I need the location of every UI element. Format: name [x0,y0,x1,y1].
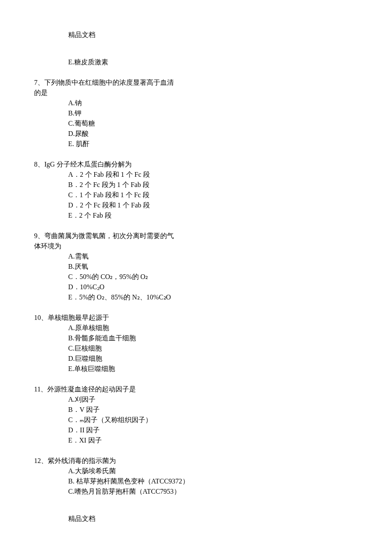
option: D.尿酸 [68,129,358,139]
question-number: 8、 [34,161,44,168]
stem-text: 弯曲菌属为微需氧菌，初次分离时需要的气 [44,232,174,239]
question-stem: 9、弯曲菌属为微需氧菌，初次分离时需要的气 体环境为 [34,231,358,251]
option: E.单核巨噬细胞 [68,364,358,374]
option: A.原单核细胞 [68,323,358,333]
stem-text: 体环境为 [34,241,358,251]
question-stem: 7、下列物质中在红细胞中的浓度显著高于血清 的是 [34,78,358,98]
options-list: A.大肠埃希氏菌 B. 枯草芽抱杆菌黑色变种（ATCC9372） C.嗜热月旨肪… [68,466,358,497]
options-list: A.钠 B.钾 C.葡萄糖 D.尿酸 E. 肌酐 [68,98,358,149]
option: C．ₘ因子（又称组织因子） [68,415,358,425]
continued-option: E.糖皮质激素 [68,57,358,67]
question-stem: 12、紫外线消毒的指示菌为 [34,456,358,466]
stem-text: 单核细胞最早起源于 [48,314,109,321]
question-number: 12、 [34,457,48,464]
page-header: 精品文档 [68,30,358,40]
option: A．2 个 Fab 段和 1 个 Fc 段 [68,170,358,180]
question-number: 9、 [34,232,44,239]
stem-text: 紫外线消毒的指示菌为 [48,457,116,464]
question-number: 11、 [34,385,47,393]
option: B.骨髓多能造血干细胞 [68,333,358,343]
stem-text: 的是 [34,88,358,98]
option: A.需氧 [68,251,358,262]
option: C.巨核细胞 [68,343,358,354]
option: C．50%的 CO₂，95%的 O₂ [68,272,358,282]
option: D．10%C₂O [68,282,358,292]
option: E．2 个 Fab 段 [68,210,358,221]
question-8: 8、IgG 分子经木瓜蛋白酶分解为 A．2 个 Fab 段和 1 个 Fc 段 … [34,159,358,221]
stem-text: 下列物质中在红细胞中的浓度显著高于血清 [44,79,174,86]
question-number: 10、 [34,314,48,321]
page-footer: 精品文档 [68,514,358,524]
option: D．2 个 Fc 段和 1 个 Fab 段 [68,200,358,210]
option: B.钾 [68,108,358,118]
question-stem: 8、IgG 分子经木瓜蛋白酶分解为 [34,159,358,170]
option: E．XI 因子 [68,435,358,446]
option: A.钠 [68,98,358,108]
stem-text: IgG 分子经木瓜蛋白酶分解为 [44,161,132,168]
question-10: 10、单核细胞最早起源于 A.原单核细胞 B.骨髓多能造血干细胞 C.巨核细胞 … [34,313,358,374]
question-7: 7、下列物质中在红细胞中的浓度显著高于血清 的是 A.钠 B.钾 C.葡萄糖 D… [34,78,358,149]
option: E．5%的 O₂、85%的 N₂、10%C₂O [68,292,358,302]
options-list: A.需氧 B.厌氧 C．50%的 CO₂，95%的 O₂ D．10%C₂O E．… [68,251,358,302]
option: B.厌氧 [68,262,358,272]
stem-text: 外源性凝血途径的起动因子是 [47,385,136,393]
option: B．V 因子 [68,405,358,415]
question-11: 11、外源性凝血途径的起动因子是 A.刈因子 B．V 因子 C．ₘ因子（又称组织… [34,384,358,446]
question-number: 7、 [34,79,44,86]
option: E. 肌酐 [68,139,358,149]
option: C．1 个 Fab 段和 1 个 Fc 段 [68,190,358,200]
option: C.葡萄糖 [68,118,358,129]
question-12: 12、紫外线消毒的指示菌为 A.大肠埃希氏菌 B. 枯草芽抱杆菌黑色变种（ATC… [34,456,358,497]
question-stem: 11、外源性凝血途径的起动因子是 [34,384,358,394]
option: A.刈因子 [68,394,358,405]
document-page: 精品文档 E.糖皮质激素 7、下列物质中在红细胞中的浓度显著高于血清 的是 A.… [0,0,392,549]
options-list: A．2 个 Fab 段和 1 个 Fc 段 B．2 个 Fc 段为 1 个 Fa… [68,170,358,221]
option: A.大肠埃希氏菌 [68,466,358,476]
question-stem: 10、单核细胞最早起源于 [34,313,358,323]
options-list: A.刈因子 B．V 因子 C．ₘ因子（又称组织因子） D．II 因子 E．XI … [68,394,358,446]
options-list: A.原单核细胞 B.骨髓多能造血干细胞 C.巨核细胞 D.巨噬细胞 E.单核巨噬… [68,323,358,374]
option: D．II 因子 [68,425,358,435]
option: C.嗜热月旨肪芽抱杆菌（ATCC7953） [68,486,358,497]
option: B．2 个 Fc 段为 1 个 Fab 段 [68,180,358,190]
question-9: 9、弯曲菌属为微需氧菌，初次分离时需要的气 体环境为 A.需氧 B.厌氧 C．5… [34,231,358,302]
option: B. 枯草芽抱杆菌黑色变种（ATCC9372） [68,476,358,486]
option: D.巨噬细胞 [68,354,358,364]
